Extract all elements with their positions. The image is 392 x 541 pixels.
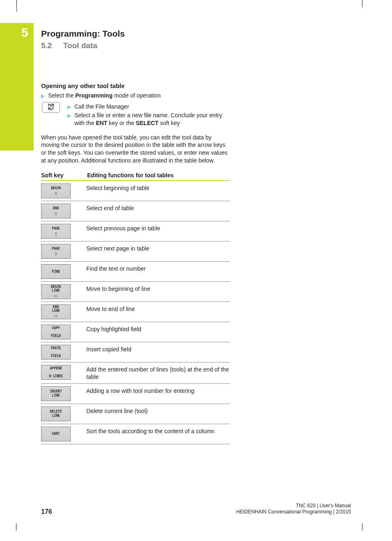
softkey-icon: DELETELINE xyxy=(41,406,71,421)
page-content: Opening any other tool table ▶ Select th… xyxy=(41,82,230,444)
pgm-mgt-key-icon: PGM MGT xyxy=(42,102,60,113)
softkey-icon: APPEND N LINES xyxy=(41,365,71,380)
table-row: PASTE FIELDInsert copied field xyxy=(41,342,230,362)
row-description: Find the text or number xyxy=(86,264,230,272)
bullet-item: ▶ Select a file or enter a new file name… xyxy=(67,111,230,127)
table-row: END⇩Select end of table xyxy=(41,201,230,221)
softkey-icon: END⇩ xyxy=(41,204,71,218)
arrow-right-icon: ⇨ xyxy=(54,313,58,318)
footer-line: HEIDENHAIN Conversational Programming | … xyxy=(236,509,351,515)
bullet-item: ▶ Call the File Manager xyxy=(67,103,230,111)
bullet-item: ▶ Select the Programming mode of operati… xyxy=(41,92,230,100)
table-row: DELETELINEDelete current line (tool) xyxy=(41,404,230,424)
table-row: BEGINLINE⇦Move to beginning of line xyxy=(41,282,230,302)
softkey-icon: FIND xyxy=(41,264,71,279)
crop-mark xyxy=(362,519,369,527)
subheading: Opening any other tool table xyxy=(41,82,230,89)
softkey-icon: PASTE FIELD xyxy=(41,345,71,360)
table-row: PAGE⇩Select next page in table xyxy=(41,241,230,262)
row-description: Select next page in table xyxy=(86,244,230,252)
bold-text: Programming xyxy=(75,92,113,99)
arrow-left-icon: ⇦ xyxy=(54,293,58,298)
bullet-text: Call the File Manager xyxy=(74,103,230,111)
triangle-icon: ▶ xyxy=(41,93,45,100)
section-heading: 5.2 Tool data xyxy=(41,41,97,50)
text: key or the xyxy=(107,120,136,126)
row-description: Delete current line (tool) xyxy=(86,406,230,415)
crop-mark xyxy=(16,519,24,527)
table-row: BEGIN⇧Select beginning of table xyxy=(41,181,230,201)
row-description: Copy highlighted field xyxy=(86,325,230,333)
softkey-icon: BEGINLINE⇦ xyxy=(41,284,71,299)
table-row: SORTSort the tools according to the cont… xyxy=(41,424,230,444)
table-body: BEGIN⇧Select beginning of tableEND⇩Selec… xyxy=(41,181,230,444)
row-description: Sort the tools according to the content … xyxy=(86,427,230,435)
section-title: Tool data xyxy=(63,41,97,50)
arrow-down-icon: ⇩ xyxy=(54,251,58,256)
softkey-icon: PAGE⇩ xyxy=(41,244,71,259)
row-description: Select beginning of table xyxy=(86,183,230,192)
softkey-icon: COPY FIELD xyxy=(41,325,71,339)
table-row: FINDFind the text or number xyxy=(41,262,230,282)
row-description: Insert copied field xyxy=(86,345,230,353)
softkey-table: Soft key Editing functions for tool tabl… xyxy=(41,170,230,444)
chapter-tab xyxy=(0,23,34,151)
chapter-title: Programming: Tools xyxy=(41,29,125,39)
text: mode of operation xyxy=(113,92,161,99)
row-description: Select previous page in table xyxy=(86,224,230,232)
bold-text: SELECT xyxy=(136,120,158,126)
arrow-up-icon: ⇧ xyxy=(54,230,58,236)
bullet-text: Select a file or enter a new file name. … xyxy=(74,111,230,127)
triangle-icon: ▶ xyxy=(67,104,71,111)
table-row: APPEND N LINESAdd the entered number of … xyxy=(41,362,230,383)
table-header: Soft key Editing functions for tool tabl… xyxy=(41,170,230,181)
row-description: Add the entered number of lines (tools) … xyxy=(86,365,230,381)
softkey-icon: PAGE⇧ xyxy=(41,224,71,239)
crop-mark xyxy=(362,4,369,12)
bold-text: ENT xyxy=(96,120,107,126)
arrow-up-icon: ⇧ xyxy=(54,190,58,196)
col-header-desc: Editing functions for tool tables xyxy=(87,172,230,179)
row-description: Adding a row with tool number for enteri… xyxy=(86,386,230,395)
arrow-down-icon: ⇩ xyxy=(54,210,58,216)
table-row: INSERTLINEAdding a row with tool number … xyxy=(41,384,230,404)
key-label: MGT xyxy=(42,108,60,111)
chapter-number: 5 xyxy=(21,26,28,39)
table-row: ENDLINE⇨Move to end of line xyxy=(41,302,230,322)
table-row: PAGE⇧Select previous page in table xyxy=(41,221,230,241)
footer-line: TNC 620 | User's Manual xyxy=(236,503,351,509)
row-description: Move to end of line xyxy=(86,304,230,313)
page-number: 176 xyxy=(41,508,52,515)
triangle-icon: ▶ xyxy=(67,113,71,127)
crop-mark xyxy=(16,4,24,12)
page-footer: 176 TNC 620 | User's Manual HEIDENHAIN C… xyxy=(41,503,351,515)
softkey-icon: ENDLINE⇨ xyxy=(41,304,71,319)
table-row: COPY FIELDCopy highlighted field xyxy=(41,322,230,342)
row-description: Select end of table xyxy=(86,204,230,212)
indented-block: PGM MGT ▶ Call the File Manager ▶ Select… xyxy=(41,102,230,128)
softkey-icon: SORT xyxy=(41,427,71,441)
text: Select the xyxy=(48,92,75,99)
softkey-icon: BEGIN⇧ xyxy=(41,183,71,198)
section-number: 5.2 xyxy=(41,41,52,50)
row-description: Move to beginning of line xyxy=(86,284,230,293)
footer-right: TNC 620 | User's Manual HEIDENHAIN Conve… xyxy=(236,503,351,515)
softkey-icon: INSERTLINE xyxy=(41,386,71,401)
text: soft key xyxy=(159,120,180,126)
col-header-softkey: Soft key xyxy=(41,172,87,179)
bullet-text: Select the Programming mode of operation xyxy=(48,92,230,100)
paragraph: When you have opened the tool table, you… xyxy=(41,134,230,165)
